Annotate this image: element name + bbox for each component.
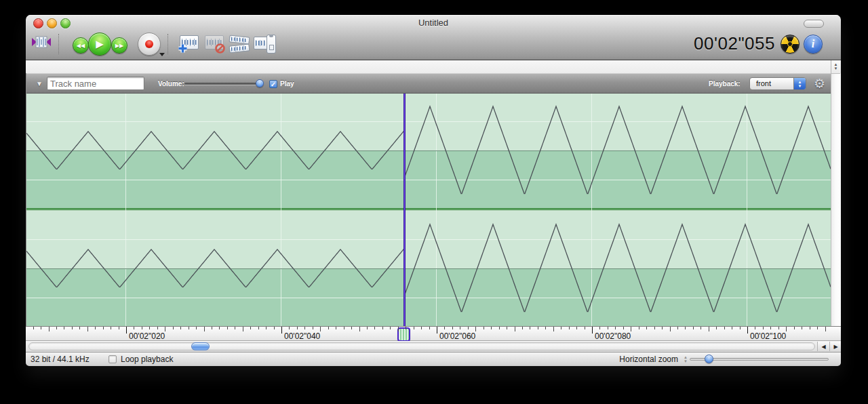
vertical-scroll-arrows[interactable]: ▲ ▼ [831,60,840,74]
ruler-tick [623,327,624,329]
ruler-tick [507,327,507,329]
ruler-tick [817,327,818,329]
ruler-tick [732,327,732,329]
ruler-tick [367,327,368,329]
ruler-tick [134,327,134,329]
window-title: Untitled [26,18,841,28]
ruler-tick [56,327,57,329]
record-icon [145,40,153,48]
ruler-tick [33,327,34,329]
ruler-tick [437,327,437,334]
ruler-tick [631,327,631,331]
ruler-tick [157,327,158,329]
scroll-left-button[interactable]: ◀ [817,342,829,351]
trim-audio-icon [229,43,250,53]
ruler-tick [561,327,561,329]
playhead-handle[interactable] [397,327,410,342]
gear-icon[interactable]: ⚙ [814,76,825,92]
ruler-tick [646,327,647,329]
play-button[interactable]: ▶ [88,33,111,56]
ruler-tick [119,327,119,329]
toolbar-separator [167,34,168,54]
ruler-tick [227,327,228,329]
vertical-scrollbar[interactable] [831,73,841,326]
disclosure-triangle-icon[interactable]: ▼ [36,80,43,87]
ruler-tick [484,327,484,329]
ruler-time-label: 00'02"080 [595,331,631,341]
playback-popup-value: front [756,79,771,87]
ruler-tick [786,327,787,331]
info-button[interactable]: i [804,35,823,54]
ruler-tick [126,327,127,334]
toolbar-toggle-pill[interactable] [804,20,824,28]
timeline-ruler[interactable]: 00'02"02000'02"04000'02"06000'02"08000'0… [26,326,841,341]
ruler-tick [468,327,469,329]
time-display: 00'02"055 [694,33,775,54]
horizontal-scrollbar[interactable]: ◀ ▶ [26,341,841,352]
forward-button[interactable]: ▶▶ [111,37,127,54]
waveform-display[interactable] [26,94,831,326]
horizontal-scrollbar-track[interactable] [28,342,815,350]
ruler-tick [219,327,220,329]
ruler-tick [444,327,445,329]
trim-audio-button[interactable] [228,33,251,54]
ruler-tick [212,327,212,329]
ruler-tick [180,327,181,329]
ruler-tick [569,327,570,329]
ruler-tick [196,327,197,329]
volume-slider[interactable] [184,83,260,85]
ruler-tick [452,327,453,329]
ruler-tick [716,327,717,329]
record-dropdown-arrow-icon[interactable] [159,53,165,56]
ruler-tick [173,327,174,329]
ruler-tick [49,327,50,331]
ruler-tick [530,327,530,329]
ruler-time-label: 00'02"040 [284,331,320,341]
add-audio-button[interactable] [178,33,201,54]
prohibition-icon [215,43,225,54]
horizontal-scrollbar-thumb[interactable] [191,342,210,350]
radioactive-icon[interactable] [781,35,800,54]
track-name-input[interactable] [47,77,144,90]
paste-audio-button[interactable] [253,33,276,54]
record-button[interactable] [138,33,161,56]
play-checkbox[interactable]: ✓ [269,80,277,88]
ruler-tick [258,327,259,329]
ruler-tick [406,327,406,329]
ruler-tick [639,327,639,329]
ruler-tick [778,327,779,329]
titlebar-toolbar: Untitled ◀◀ ▶ ▶▶ [26,15,841,60]
selection-tool-button[interactable] [32,35,51,49]
ruler-tick [344,327,344,329]
ruler-tick [499,327,500,329]
volume-label: Volume: [158,80,184,87]
ruler-tick [475,327,476,331]
scroll-right-icon: ▶ [833,344,837,350]
ruler-tick [685,327,686,329]
rewind-button[interactable]: ◀◀ [73,37,89,54]
ruler-tick [328,327,329,329]
ruler-tick [72,327,73,329]
ruler-tick [189,327,189,329]
toolbar-separator [58,34,59,54]
scroll-right-button[interactable]: ▶ [829,342,841,351]
ruler-tick [281,327,282,334]
ruler-tick [149,327,150,329]
trim-audio-icon [229,35,250,44]
volume-slider-thumb[interactable] [256,79,264,87]
horizontal-zoom-thumb[interactable] [705,355,713,363]
status-bar: 32 bit / 44.1 kHz Loop playback Horizont… [26,352,841,366]
ruler-tick [693,327,694,329]
playback-popup[interactable]: front ▲▼ [749,77,806,90]
loop-playback-checkbox[interactable] [108,355,117,363]
ruler-time-label: 00'02"100 [750,331,786,341]
zoom-stepper[interactable]: ▲▼ [682,354,689,365]
stepper-down-icon: ▼ [684,360,688,363]
scroll-down-icon[interactable]: ▼ [834,67,838,70]
ruler-tick [320,327,321,331]
ruler-tick [41,327,41,329]
ruler-tick [654,327,655,329]
ruler-tick [142,327,142,329]
ruler-tick [289,327,290,329]
popup-arrows-icon: ▲▼ [793,78,806,89]
